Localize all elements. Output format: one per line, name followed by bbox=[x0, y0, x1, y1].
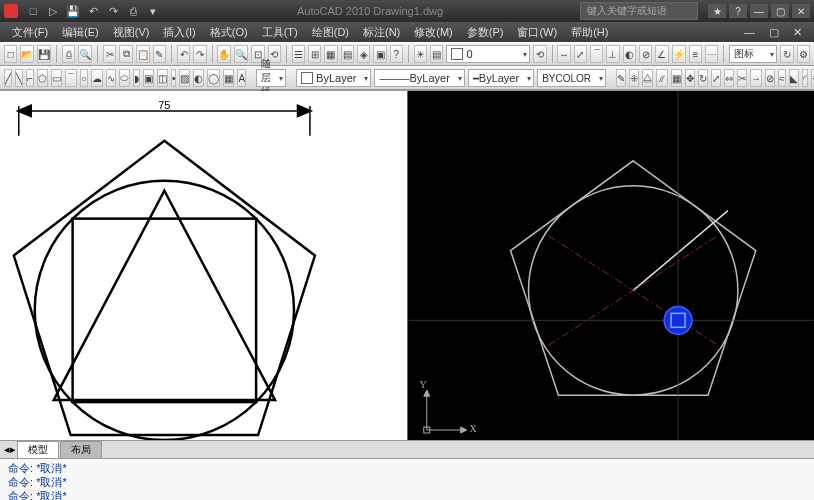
qat-open-icon[interactable]: ▷ bbox=[46, 4, 60, 18]
plot-icon[interactable]: ⎙ bbox=[62, 45, 75, 63]
arc-icon[interactable]: ⌒ bbox=[65, 69, 77, 87]
help-icon[interactable]: ? bbox=[729, 4, 747, 18]
hatch-icon[interactable]: ▨ bbox=[179, 69, 190, 87]
qat-more-icon[interactable]: ▾ bbox=[146, 4, 160, 18]
markup-icon[interactable]: ◈ bbox=[357, 45, 370, 63]
spline-icon[interactable]: ∿ bbox=[106, 69, 116, 87]
line-icon[interactable]: ╱ bbox=[4, 69, 12, 87]
dim-style-icon[interactable]: ⚙ bbox=[797, 45, 810, 63]
rotate-icon[interactable]: ↻ bbox=[698, 69, 708, 87]
dim-quick-icon[interactable]: ⚡ bbox=[672, 45, 686, 63]
dim-angular-icon[interactable]: ∠ bbox=[655, 45, 668, 63]
pline-icon[interactable]: ⌐ bbox=[26, 69, 34, 87]
copy2-icon[interactable]: ⁜ bbox=[629, 69, 639, 87]
menu-modify[interactable]: 修改(M) bbox=[408, 23, 459, 42]
qat-new-icon[interactable]: □ bbox=[26, 4, 40, 18]
paste-icon[interactable]: 📋 bbox=[136, 45, 150, 63]
trim-icon[interactable]: ✂ bbox=[737, 69, 747, 87]
doc-max-icon[interactable]: ▢ bbox=[763, 24, 785, 41]
help-search[interactable]: 键入关键字或短语 bbox=[580, 2, 698, 20]
fillet-icon[interactable]: ◜ bbox=[802, 69, 808, 87]
doc-close-icon[interactable]: ✕ bbox=[787, 24, 808, 41]
plotstyle-dropdown[interactable]: BYCOLOR bbox=[537, 69, 606, 87]
layer-state-icon[interactable]: ☀ bbox=[414, 45, 427, 63]
ellipse-icon[interactable]: ⬭ bbox=[119, 69, 130, 87]
menu-draw[interactable]: 绘图(D) bbox=[306, 23, 355, 42]
qat-print-icon[interactable]: ⎙ bbox=[126, 4, 140, 18]
open-icon[interactable]: 📂 bbox=[20, 45, 34, 63]
dcenter-icon[interactable]: ⊞ bbox=[308, 45, 321, 63]
dim-linear-icon[interactable]: ↔ bbox=[557, 45, 570, 63]
menu-format[interactable]: 格式(O) bbox=[204, 23, 254, 42]
region-icon[interactable]: ◯ bbox=[207, 69, 220, 87]
help2-icon[interactable]: ? bbox=[390, 45, 403, 63]
menu-window[interactable]: 窗口(W) bbox=[511, 23, 563, 42]
table-icon[interactable]: ▦ bbox=[223, 69, 234, 87]
app-logo[interactable] bbox=[4, 4, 18, 18]
insert-icon[interactable]: ▣ bbox=[143, 69, 154, 87]
layer-dropdown[interactable]: 0 bbox=[446, 45, 530, 63]
close-icon[interactable]: ✕ bbox=[792, 4, 810, 18]
layer-prev-icon[interactable]: ⟲ bbox=[533, 45, 546, 63]
tab-layout[interactable]: 布局 bbox=[60, 441, 102, 459]
chamfer-icon[interactable]: ◣ bbox=[789, 69, 799, 87]
layer-mgr-icon[interactable]: ▤ bbox=[430, 45, 443, 63]
tab-model[interactable]: 模型 bbox=[17, 441, 59, 459]
qat-save-icon[interactable]: 💾 bbox=[66, 4, 80, 18]
pan-icon[interactable]: ✋ bbox=[217, 45, 231, 63]
polygon-icon[interactable]: ⬠ bbox=[37, 69, 48, 87]
erase-icon[interactable]: ✎ bbox=[616, 69, 626, 87]
menu-insert[interactable]: 插入(I) bbox=[157, 23, 201, 42]
dim-update-icon[interactable]: ↻ bbox=[780, 45, 793, 63]
sheet-icon[interactable]: ▤ bbox=[341, 45, 354, 63]
star-icon[interactable]: ★ bbox=[708, 4, 726, 18]
xline-icon[interactable]: ╲ bbox=[15, 69, 23, 87]
lineweight-dropdown[interactable]: ━ ByLayer bbox=[468, 69, 534, 87]
stretch-icon[interactable]: ⇔ bbox=[724, 69, 734, 87]
ellipse-arc-icon[interactable]: ◗ bbox=[133, 69, 140, 87]
explode-icon[interactable]: ✹ bbox=[811, 69, 814, 87]
menu-tools[interactable]: 工具(T) bbox=[256, 23, 304, 42]
menu-file[interactable]: 文件(F) bbox=[6, 23, 54, 42]
tabs-nav-icon[interactable]: ◂▸ bbox=[4, 443, 16, 456]
circle-icon[interactable]: ○ bbox=[80, 69, 88, 87]
scale-icon[interactable]: ⤢ bbox=[711, 69, 721, 87]
linetype-filter-dropdown[interactable]: 随层线 bbox=[256, 69, 286, 87]
dim-arc-icon[interactable]: ⌒ bbox=[590, 45, 603, 63]
redo-icon[interactable]: ↷ bbox=[193, 45, 206, 63]
mtext-icon[interactable]: A bbox=[237, 69, 246, 87]
point-icon[interactable]: • bbox=[171, 69, 177, 87]
viewport-left[interactable]: 75 bbox=[0, 91, 408, 440]
dim-radius-icon[interactable]: ◐ bbox=[623, 45, 636, 63]
offset-icon[interactable]: ⫽ bbox=[656, 69, 668, 87]
preview-icon[interactable]: 🔍 bbox=[78, 45, 92, 63]
viewport-right[interactable]: X Y bbox=[408, 91, 815, 440]
dim-ordinate-icon[interactable]: ⊥ bbox=[606, 45, 619, 63]
dimstyle-dropdown[interactable]: 图标 bbox=[729, 45, 777, 63]
qat-redo-icon[interactable]: ↷ bbox=[106, 4, 120, 18]
maximize-icon[interactable]: ▢ bbox=[771, 4, 789, 18]
new-icon[interactable]: □ bbox=[4, 45, 17, 63]
cut-icon[interactable]: ✂ bbox=[103, 45, 116, 63]
undo-icon[interactable]: ↶ bbox=[177, 45, 190, 63]
linetype-dropdown[interactable]: ——— ByLayer bbox=[374, 69, 464, 87]
menu-help[interactable]: 帮助(H) bbox=[565, 23, 614, 42]
dim-baseline-icon[interactable]: ≡ bbox=[689, 45, 702, 63]
match-icon[interactable]: ✎ bbox=[153, 45, 166, 63]
zoom-icon[interactable]: 🔍 bbox=[234, 45, 248, 63]
dim-continue-icon[interactable]: ⋯ bbox=[705, 45, 718, 63]
dim-aligned-icon[interactable]: ⤢ bbox=[574, 45, 587, 63]
array-icon[interactable]: ▦ bbox=[671, 69, 682, 87]
props-icon[interactable]: ☰ bbox=[292, 45, 305, 63]
save-icon[interactable]: 💾 bbox=[37, 45, 51, 63]
copy-icon[interactable]: ⧉ bbox=[119, 45, 132, 63]
revcloud-icon[interactable]: ☁ bbox=[91, 69, 103, 87]
doc-min-icon[interactable]: — bbox=[738, 24, 761, 40]
qat-undo-icon[interactable]: ↶ bbox=[86, 4, 100, 18]
command-window[interactable]: 命令: *取消* 命令: *取消* 命令: *取消* 命令: bbox=[0, 458, 814, 500]
block-icon[interactable]: ◫ bbox=[157, 69, 168, 87]
rectangle-icon[interactable]: ▭ bbox=[51, 69, 62, 87]
gradient-icon[interactable]: ◐ bbox=[193, 69, 204, 87]
move-icon[interactable]: ✥ bbox=[685, 69, 695, 87]
menu-param[interactable]: 参数(P) bbox=[461, 23, 510, 42]
